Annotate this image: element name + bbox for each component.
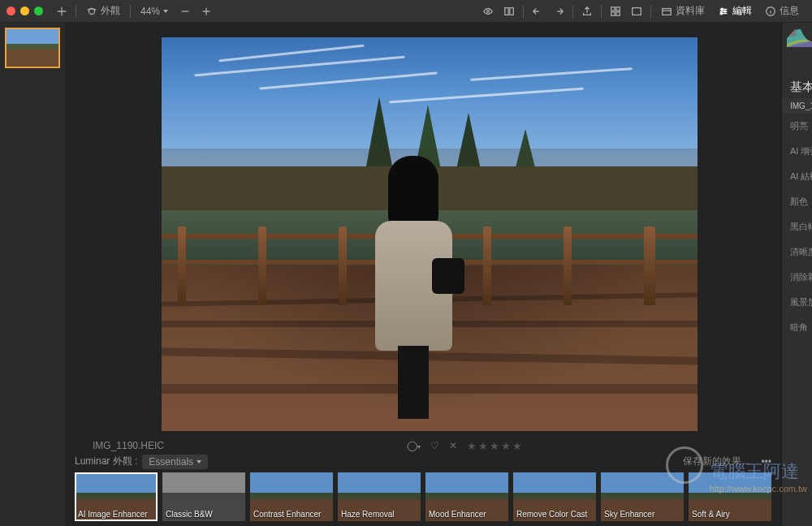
reject-button[interactable]: ✕ — [449, 440, 457, 451]
preset-item[interactable]: Mood Enhancer — [425, 472, 508, 521]
tool-denoise-label: 消除雜訊 — [790, 271, 812, 283]
thumbnail-selected[interactable] — [5, 28, 60, 68]
appearance-menu[interactable]: 外觀 — [80, 0, 127, 22]
preset-item[interactable]: Soft & Airy — [689, 472, 771, 521]
add-button[interactable] — [51, 0, 72, 22]
svg-rect-2 — [505, 7, 508, 15]
zoom-value: 44% — [140, 6, 160, 17]
divider — [76, 5, 76, 18]
tool-details[interactable]: 清晰度增強 — [782, 239, 812, 265]
svg-rect-9 — [663, 8, 672, 15]
info-tab[interactable]: 信息 — [758, 0, 806, 22]
redo-button[interactable] — [548, 0, 569, 22]
favorite-button[interactable]: ♡ — [430, 440, 439, 451]
preset-label: Mood Enhancer — [425, 507, 490, 521]
export-button[interactable] — [577, 0, 598, 22]
histogram[interactable]: ◢ ◣ — [787, 26, 812, 73]
more-presets-button[interactable]: ••• — [761, 456, 771, 468]
tool-list: 明亮 AI 增強 AI 結構 顏色 黑白轉換 清晰度增強 消除雜訊 PRO 風景… — [782, 114, 812, 340]
center-column: IMG_1190.HEIC ◯▾ ♡ ✕ ★★★★★ Luminar 外觀 : … — [65, 23, 781, 526]
preset-category: Essentials — [149, 456, 193, 468]
file-name: IMG_1190.HEIC — [93, 440, 164, 451]
grid-view-button[interactable] — [605, 0, 626, 22]
svg-point-12 — [720, 12, 722, 14]
chevron-down-icon — [163, 10, 168, 13]
tool-vignette[interactable]: 暗角 — [782, 315, 812, 340]
tool-light[interactable]: 明亮 — [782, 114, 812, 139]
preset-label: AI Image Enhancer — [75, 507, 151, 521]
undo-button[interactable] — [527, 0, 548, 22]
library-label: 資料庫 — [676, 4, 705, 18]
preset-category-menu[interactable]: Essentials — [142, 455, 208, 469]
photo-preview[interactable] — [162, 37, 698, 431]
preview-toggle[interactable] — [477, 0, 499, 22]
svg-point-10 — [721, 8, 723, 10]
tool-ai-enhance[interactable]: AI 增強 — [782, 139, 812, 164]
divider — [130, 5, 131, 18]
top-toolbar: 外觀 44% 資料庫 編輯 信息 — [0, 0, 812, 23]
tool-landscape[interactable]: 風景加強工具 — [782, 290, 812, 315]
svg-point-1 — [487, 10, 490, 12]
zoom-in-button[interactable] — [196, 0, 217, 22]
preset-item[interactable]: Sky Enhancer — [601, 472, 684, 521]
rating-stars[interactable]: ★★★★★ — [467, 440, 524, 452]
tool-denoise[interactable]: 消除雜訊 PRO — [782, 265, 812, 290]
edit-panel: ◢ ◣ 基本功能 IMG_1190.HEIC 明亮 AI 增強 AI 結構 顏色… — [781, 23, 812, 526]
preset-label: Haze Removal — [338, 507, 398, 521]
panel-file-name: IMG_1190.HEIC — [782, 98, 812, 114]
svg-rect-5 — [616, 6, 620, 10]
svg-point-11 — [724, 10, 726, 11]
svg-rect-8 — [633, 7, 641, 15]
tool-ai-structure[interactable]: AI 結構 — [782, 164, 812, 189]
save-preset-button[interactable]: 保存新的效果... — [683, 455, 749, 468]
clip-shadows-icon[interactable]: ◢ — [788, 26, 796, 37]
preset-header: Luminar 外觀 : Essentials 保存新的效果... ••• — [65, 454, 781, 469]
close-window[interactable] — [6, 6, 15, 15]
zoom-level[interactable]: 44% — [134, 0, 175, 22]
compare-toggle[interactable] — [499, 0, 520, 22]
svg-rect-7 — [616, 11, 620, 15]
minimize-window[interactable] — [20, 6, 29, 15]
info-label: 信息 — [780, 4, 799, 18]
canvas-area — [65, 23, 781, 438]
svg-rect-4 — [611, 6, 615, 10]
preset-item[interactable]: Haze Removal — [338, 472, 421, 521]
preset-label: Sky Enhancer — [601, 507, 658, 521]
single-view-button[interactable] — [626, 0, 647, 22]
chevron-down-icon — [197, 460, 201, 463]
preset-item[interactable]: Remove Color Cast — [513, 472, 596, 521]
preset-label: Remove Color Cast — [513, 507, 590, 521]
svg-rect-3 — [510, 7, 513, 15]
zoom-out-button[interactable] — [175, 0, 196, 22]
main-area: IMG_1190.HEIC ◯▾ ♡ ✕ ★★★★★ Luminar 外觀 : … — [0, 23, 812, 526]
preset-item[interactable]: AI Image Enhancer — [75, 472, 158, 521]
preset-label: Contrast Enhancer — [250, 507, 324, 521]
preset-item[interactable]: Contrast Enhancer — [250, 472, 333, 521]
preset-item[interactable]: Classic B&W — [162, 472, 245, 521]
tool-bw[interactable]: 黑白轉換 — [782, 214, 812, 239]
photo-info-bar: IMG_1190.HEIC ◯▾ ♡ ✕ ★★★★★ — [65, 438, 781, 454]
edit-label: 編輯 — [732, 4, 752, 18]
preset-strip: AI Image Enhancer Classic B&W Contrast E… — [65, 469, 781, 526]
edit-tab[interactable]: 編輯 — [711, 0, 758, 22]
tool-color[interactable]: 顏色 — [782, 189, 812, 214]
preset-label: Classic B&W — [162, 507, 216, 521]
zoom-window[interactable] — [34, 6, 43, 15]
preset-label: Soft & Airy — [689, 507, 733, 521]
panel-section-title: 基本功能 — [782, 75, 812, 98]
window-controls — [6, 6, 43, 15]
svg-rect-6 — [611, 11, 615, 15]
color-tag-button[interactable]: ◯▾ — [407, 440, 421, 451]
library-tab[interactable]: 資料庫 — [654, 0, 711, 22]
preset-title: Luminar 外觀 : — [75, 455, 137, 468]
thumbnail-strip — [0, 23, 65, 526]
appearance-label: 外觀 — [101, 4, 120, 18]
